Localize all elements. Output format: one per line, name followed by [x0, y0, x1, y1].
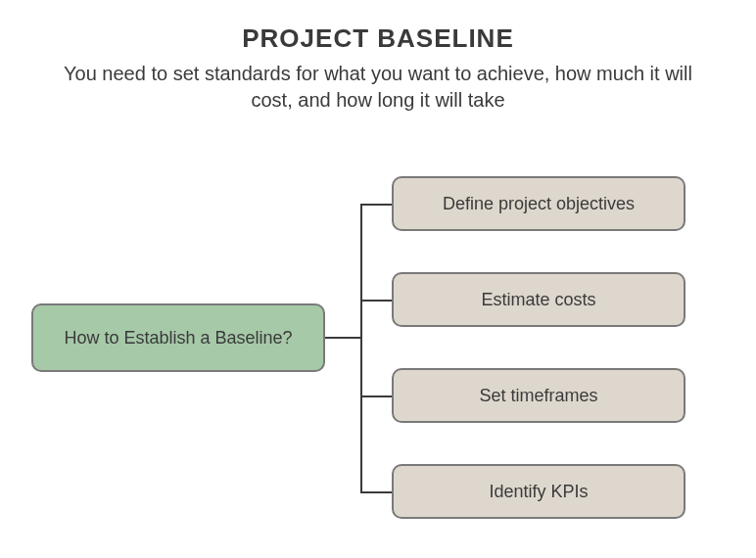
leaf-node-2-label: Set timeframes	[479, 386, 597, 406]
diagram-canvas: PROJECT BASELINE You need to set standar…	[0, 0, 756, 558]
leaf-node-2: Set timeframes	[392, 368, 685, 423]
leaf-node-3: Identify KPIs	[392, 464, 685, 519]
leaf-node-0-label: Define project objectives	[443, 194, 635, 214]
leaf-node-1-label: Estimate costs	[481, 290, 595, 310]
leaf-node-1: Estimate costs	[392, 272, 685, 327]
connector-bus-v	[360, 204, 362, 493]
connector-leaf-2	[360, 395, 392, 397]
root-node-label: How to Establish a Baseline?	[64, 328, 292, 349]
connector-root-h	[325, 337, 362, 339]
connector-leaf-0	[360, 204, 392, 206]
connector-leaf-1	[360, 300, 392, 302]
leaf-node-3-label: Identify KPIs	[489, 482, 588, 502]
connector-leaf-3	[360, 491, 392, 493]
page-subtitle: You need to set standards for what you w…	[49, 61, 707, 114]
root-node: How to Establish a Baseline?	[31, 303, 325, 372]
page-title: PROJECT BASELINE	[0, 23, 756, 54]
leaf-node-0: Define project objectives	[392, 176, 685, 231]
